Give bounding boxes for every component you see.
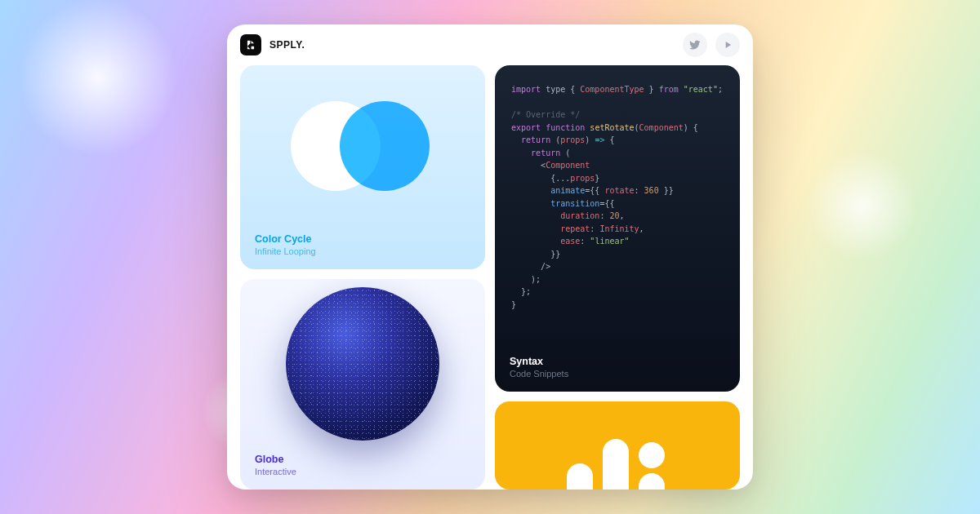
globe-graphic <box>240 279 485 442</box>
twitter-icon <box>689 39 701 51</box>
venn-graphic <box>240 65 485 222</box>
card-title: Color Cycle <box>255 233 470 245</box>
card-title: Globe <box>255 454 470 465</box>
card-subtitle: Code Snippets <box>510 369 725 379</box>
left-column: Color Cycle Infinite Looping Globe Inter… <box>240 65 485 490</box>
play-button[interactable] <box>715 33 740 57</box>
yellow-shape-dot <box>639 442 665 468</box>
yellow-shape-3 <box>639 473 665 490</box>
yellow-shape-2 <box>603 439 629 490</box>
logo-glyph-icon <box>245 39 256 51</box>
twitter-button[interactable] <box>683 33 707 57</box>
play-icon <box>722 39 733 51</box>
card-label: Color Cycle Infinite Looping <box>240 222 485 269</box>
brand-name: SPPLY. <box>270 39 305 51</box>
card-globe[interactable]: Globe Interactive <box>240 279 485 490</box>
card-title: Syntax <box>510 356 725 367</box>
card-grid: Color Cycle Infinite Looping Globe Inter… <box>227 65 753 490</box>
card-subtitle: Infinite Looping <box>255 246 470 256</box>
card-label: Syntax Code Snippets <box>495 344 740 392</box>
right-column: import type { ComponentType } from "reac… <box>495 65 740 490</box>
venn-circle-blue <box>340 101 430 191</box>
card-yellow[interactable] <box>495 401 740 490</box>
card-subtitle: Interactive <box>255 467 470 476</box>
card-syntax[interactable]: import type { ComponentType } from "reac… <box>495 65 740 392</box>
app-window: SPPLY. Color Cycle Infinite Looping <box>227 24 753 490</box>
card-label: Globe Interactive <box>240 442 485 490</box>
card-color-cycle[interactable]: Color Cycle Infinite Looping <box>240 65 485 269</box>
yellow-shape-1 <box>567 463 593 490</box>
topbar: SPPLY. <box>227 24 753 65</box>
code-block: import type { ComponentType } from "reac… <box>495 65 740 344</box>
app-logo[interactable] <box>240 34 261 55</box>
globe-sphere <box>286 287 439 441</box>
